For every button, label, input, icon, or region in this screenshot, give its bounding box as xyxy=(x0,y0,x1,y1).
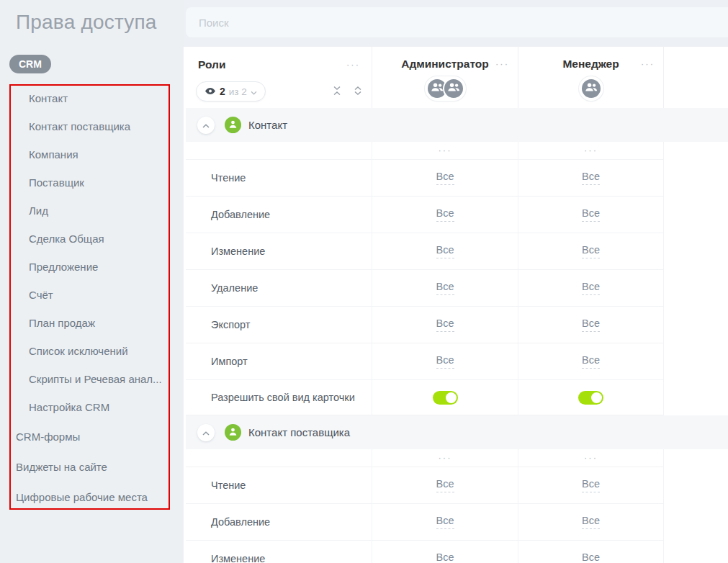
permission-label: Импорт xyxy=(186,343,372,379)
collapse-all-icon xyxy=(332,86,342,98)
entity-icon xyxy=(225,117,241,133)
two-person-icon xyxy=(585,82,598,95)
permission-toggle[interactable] xyxy=(433,391,458,405)
collapse-section-button[interactable] xyxy=(197,424,215,441)
role-members[interactable] xyxy=(579,76,603,101)
permission-label: Удаление xyxy=(186,270,372,306)
permission-value-link[interactable]: Все xyxy=(436,207,454,222)
row-menu-button[interactable]: ··· xyxy=(436,146,455,155)
permission-value-link[interactable]: Все xyxy=(582,281,600,295)
section-title: Контакт поставщика xyxy=(248,426,350,438)
sidebar: Права доступа CRM КонтактКонтакт поставщ… xyxy=(0,0,184,563)
collapse-all-button[interactable] xyxy=(332,86,342,98)
permission-value-link[interactable]: Все xyxy=(436,478,454,492)
permission-value-link[interactable]: Все xyxy=(582,478,600,492)
crm-badge: CRM xyxy=(9,55,51,73)
sidebar-item[interactable]: Список исключений xyxy=(9,337,170,365)
section-header: Контакт xyxy=(186,108,728,142)
permission-value-link[interactable]: Все xyxy=(436,354,454,369)
avatar xyxy=(443,78,464,99)
main-panel: Роли ··· 2 из 2 xyxy=(184,0,728,563)
empty-cell xyxy=(186,449,372,467)
sidebar-item[interactable]: План продаж xyxy=(9,309,170,337)
permission-cell: Все xyxy=(372,233,518,269)
avatar xyxy=(580,78,602,99)
role-column-header: Менеджер··· xyxy=(518,47,664,108)
sidebar-section-item[interactable]: CRM-формы xyxy=(9,421,170,451)
permission-value-link[interactable]: Все xyxy=(436,551,454,563)
permission-cell: Все xyxy=(518,233,664,269)
permission-cell xyxy=(372,380,518,415)
row-menu-button[interactable]: ··· xyxy=(581,146,601,155)
chevron-up-icon xyxy=(202,120,210,130)
permission-value-link[interactable]: Все xyxy=(582,317,600,332)
table-row: ИмпортВсеВсе xyxy=(186,343,664,380)
permission-value-link[interactable]: Все xyxy=(436,515,454,529)
column-menu-button[interactable]: ··· xyxy=(638,60,657,68)
column-menu-button[interactable]: ··· xyxy=(493,60,512,68)
access-rights-page: Права доступа CRM КонтактКонтакт поставщ… xyxy=(0,0,728,563)
permission-toggle[interactable] xyxy=(578,391,603,405)
menu-cell: ··· xyxy=(518,142,664,159)
permission-value-link[interactable]: Все xyxy=(582,244,600,258)
sidebar-item[interactable]: Поставщик xyxy=(9,168,170,197)
permission-cell: Все xyxy=(372,343,518,379)
permission-value-link[interactable]: Все xyxy=(582,354,600,369)
person-icon xyxy=(228,119,238,132)
permission-cell: Все xyxy=(518,270,664,306)
sidebar-item[interactable]: Контакт xyxy=(9,84,170,112)
menu-cell: ··· xyxy=(372,142,518,159)
permission-label: Добавление xyxy=(186,504,372,540)
table-row: ИзменениеВсеВсе xyxy=(186,541,664,563)
sidebar-section-item[interactable]: Виджеты на сайте xyxy=(9,451,170,482)
permission-value-link[interactable]: Все xyxy=(582,171,600,185)
page-title: Права доступа xyxy=(16,10,157,35)
sidebar-item[interactable]: Контакт поставщика xyxy=(9,112,170,140)
sidebar-item[interactable]: Компания xyxy=(9,140,170,168)
permission-label: Чтение xyxy=(186,467,372,503)
permission-value-link[interactable]: Все xyxy=(436,244,454,258)
sidebar-item[interactable]: Лид xyxy=(9,197,170,225)
roles-menu-button[interactable]: ··· xyxy=(343,60,363,69)
eye-icon xyxy=(205,86,216,97)
roles-filter-chip[interactable]: 2 из 2 xyxy=(196,81,266,102)
sidebar-section-item[interactable]: Цифровые рабочие места xyxy=(9,482,170,512)
sidebar-item[interactable]: Сделка Общая xyxy=(9,225,170,253)
row-menu-row: ······ xyxy=(186,449,664,467)
filter-count: 2 xyxy=(220,86,225,97)
sidebar-menu: КонтактКонтакт поставщикаКомпанияПоставщ… xyxy=(9,84,170,512)
row-menu-button[interactable]: ··· xyxy=(436,454,455,462)
row-menu-button[interactable]: ··· xyxy=(581,454,601,462)
table-row: ЧтениеВсеВсе xyxy=(186,160,664,197)
table-row: ДобавлениеВсеВсе xyxy=(186,504,664,541)
sidebar-item[interactable]: Предложение xyxy=(9,253,170,281)
role-columns: Администратор···Менеджер··· xyxy=(372,47,664,108)
table-row: Разрешить свой вид карточки xyxy=(186,380,664,415)
permission-value-link[interactable]: Все xyxy=(436,281,454,295)
permission-label: Добавление xyxy=(186,197,372,233)
role-column-header: Администратор··· xyxy=(372,47,518,108)
permission-label: Разрешить свой вид карточки xyxy=(186,380,372,415)
menu-cell: ··· xyxy=(518,449,664,467)
permission-value-link[interactable]: Все xyxy=(436,317,454,332)
roles-column-header: Роли ··· 2 из 2 xyxy=(186,47,372,108)
section-title: Контакт xyxy=(248,119,287,131)
collapse-section-button[interactable] xyxy=(197,117,215,134)
table-header-row: Роли ··· 2 из 2 xyxy=(186,47,728,108)
sidebar-item[interactable]: Счёт xyxy=(9,281,170,309)
permission-value-link[interactable]: Все xyxy=(582,207,600,222)
permission-cell: Все xyxy=(372,307,518,343)
sidebar-item[interactable]: Настройка CRM xyxy=(9,393,170,421)
search-input[interactable] xyxy=(186,7,728,37)
permission-value-link[interactable]: Все xyxy=(436,171,454,185)
role-members[interactable] xyxy=(425,76,466,101)
expand-all-button[interactable] xyxy=(353,86,363,98)
permission-cell: Все xyxy=(518,343,664,379)
expand-all-icon xyxy=(353,86,363,98)
permission-cell: Все xyxy=(372,197,518,233)
permission-value-link[interactable]: Все xyxy=(582,551,600,563)
permission-cell: Все xyxy=(372,270,518,306)
permission-value-link[interactable]: Все xyxy=(582,515,600,529)
permission-cell: Все xyxy=(518,504,664,540)
sidebar-item[interactable]: Скрипты и Речевая анал... xyxy=(9,365,170,393)
